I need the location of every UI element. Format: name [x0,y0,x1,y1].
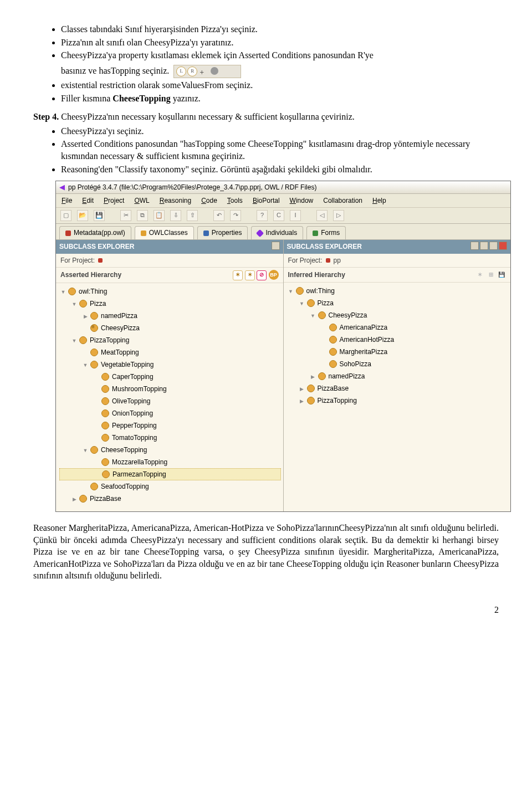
tree-node[interactable]: MushroomTopping [59,383,281,395]
toolbar: ▢ 📂 💾 ✂ ⧉ 📋 ⇩ ⇧ ↶ ↷ ? C I ◁ ▷ [56,208,510,224]
expand-icon[interactable] [70,336,78,345]
menu-reasoning[interactable]: Reasoning [160,196,191,205]
tree-node[interactable]: owl:Thing [287,285,509,297]
tree-node[interactable]: Pizza [59,298,281,310]
tree-node[interactable]: TomatoTopping [59,432,281,444]
class-icon [101,397,109,405]
text: Filler kısmına CheeseTopping yazınız. [61,94,201,103]
tree-node[interactable]: MeatTopping [59,346,281,358]
delete-icon[interactable]: ⊘ [257,270,267,280]
tree-node[interactable]: AmericanaPizza [287,321,509,334]
menu-help[interactable]: Help [372,196,386,205]
tab-properties[interactable]: Properties [197,226,248,239]
archive2-icon[interactable]: ⇧ [187,210,198,221]
menubar[interactable]: File Edit Project OWL Reasoning Code Too… [56,194,510,208]
menu-window[interactable]: Window [290,196,314,205]
copy-icon[interactable]: ⧉ [137,210,148,221]
inst-icon[interactable]: I [290,210,301,221]
tree-node[interactable]: owl:Thing [59,285,281,298]
paste-icon[interactable]: 📋 [154,210,165,221]
tree-node[interactable]: Pizza [287,297,509,309]
hierarchy-buttons[interactable]: ✶ ✶ ⊘ BP [233,270,278,280]
pane-buttons[interactable] [469,242,507,252]
menu-tools[interactable]: Tools [227,196,243,205]
tab-icon [256,229,264,237]
tree-node[interactable]: PizzaBase [287,382,509,395]
archive-icon[interactable]: ⇩ [170,210,181,221]
expand-icon[interactable] [298,299,306,308]
save-inferred-icon[interactable]: 💾 [497,271,506,280]
tree-node[interactable]: CheeseTopping [59,444,281,456]
next-icon[interactable]: ▷ [333,210,344,221]
panes: SUBCLASS EXPLORER For Project: Asserted … [56,240,510,511]
tab-owlclasses[interactable]: OWLClasses [135,226,194,239]
tab-individuals[interactable]: Individuals [251,226,303,239]
tree-node[interactable]: OnionTopping [59,407,281,419]
tree-node[interactable]: PepperTopping [59,419,281,432]
expand-icon[interactable] [70,300,78,308]
menu-code[interactable]: Code [201,196,217,205]
collapse-icon[interactable] [81,312,89,320]
tree-node[interactable]: SohoPizza [287,358,509,370]
tree-node[interactable]: AmericanHotPizza [287,334,509,346]
tab-label: Forms [321,228,340,237]
help-icon[interactable]: ? [257,210,268,221]
menu-owl[interactable]: OWL [134,196,149,205]
create-sib-icon[interactable]: ✶ [245,270,255,280]
tree-node[interactable]: PizzaBase [59,493,281,505]
prev-icon[interactable]: ◁ [316,210,328,221]
cut-icon[interactable]: ✂ [120,210,131,221]
tree-node[interactable]: namedPizza [59,310,281,322]
tree-node[interactable]: MozzarellaTopping [59,456,281,468]
collapse-icon[interactable] [298,385,306,393]
project-row: For Project: [56,254,283,268]
expand-icon[interactable] [81,446,89,454]
menu-project[interactable]: Project [104,196,124,205]
tree-node[interactable]: SeafoodTopping [59,480,281,493]
new-icon[interactable]: ▢ [60,210,71,221]
collapse-icon[interactable] [309,372,317,381]
expand-icon[interactable] [287,287,295,295]
hierarchy-buttons[interactable]: ✶ ⊞ 💾 [475,270,506,280]
list-item: Asserted Conditions panosundan "hasToppi… [61,138,499,162]
redo-icon[interactable]: ↷ [230,210,241,221]
class-icon [90,361,98,368]
tree-node[interactable]: VegetableTopping [59,358,281,371]
menu-file[interactable]: File [62,196,72,205]
menu-edit[interactable]: Edit [82,196,94,205]
asserted-tree[interactable]: owl:ThingPizzanamedPizzaCheesyPizzaPizza… [56,283,283,507]
open-icon[interactable]: 📂 [77,210,88,221]
undo-icon[interactable]: ↶ [213,210,224,221]
expand-icon[interactable] [59,288,67,296]
expand-icon[interactable] [309,311,317,320]
save-icon[interactable]: 💾 [94,210,105,221]
menu-bioportal[interactable]: BioPortal [253,196,280,205]
tree-node[interactable]: PizzaTopping [287,395,509,407]
tree-node[interactable]: PizzaTopping [59,334,281,346]
l-icon: L [176,66,186,76]
tree-node[interactable]: CheesyPizza [59,322,281,334]
tree-label: namedPizza [329,372,365,381]
cls-icon[interactable]: C [273,210,284,221]
class-icon [79,495,87,503]
tree-label: MeatTopping [101,348,139,357]
inferred-tree[interactable]: owl:ThingPizzaCheesyPizzaAmericanaPizzaA… [284,283,511,409]
pane-buttons[interactable] [270,242,280,252]
bioportal-icon[interactable]: BP [269,270,279,280]
expand-icon[interactable] [81,361,89,369]
tree-node[interactable]: namedPizza [287,370,509,382]
collapse-icon[interactable] [70,495,78,503]
tree-label: Pizza [90,299,106,308]
class-icon [101,385,109,393]
r-icon: R [187,66,197,76]
tree-node[interactable]: MargheritaPizza [287,346,509,358]
menu-collab[interactable]: Collaboration [323,196,362,205]
tree-node[interactable]: CheesyPizza [287,309,509,321]
tree-node[interactable]: OliveTopping [59,395,281,407]
tab-metadata(pp.owl)[interactable]: Metadata(pp.owl) [59,226,131,239]
create-sub-icon[interactable]: ✶ [233,270,243,280]
tree-node[interactable]: ParmezanTopping [59,468,281,480]
tab-forms[interactable]: Forms [306,226,346,239]
collapse-icon[interactable] [298,397,306,405]
tree-node[interactable]: CaperTopping [59,371,281,383]
